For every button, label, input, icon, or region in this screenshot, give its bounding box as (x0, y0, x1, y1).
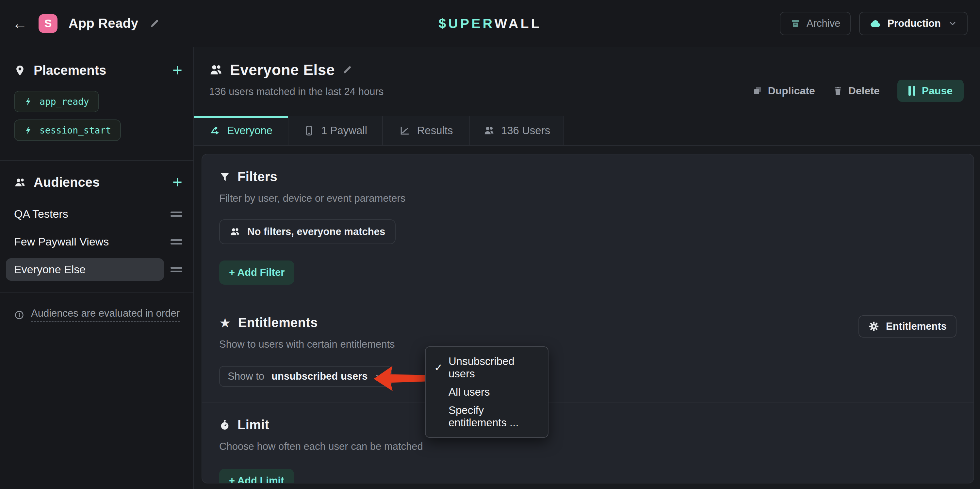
audience-label[interactable]: Few Paywall Views (6, 230, 164, 253)
placement-chip-app-ready[interactable]: app_ready (14, 91, 99, 112)
phone-icon (304, 125, 315, 136)
placement-list: app_ready session_start (6, 91, 182, 148)
superwall-logo: $UPERWALL (438, 16, 541, 31)
chart-icon (399, 125, 410, 136)
gear-icon (868, 321, 880, 332)
drag-handle-icon[interactable] (170, 237, 182, 246)
placements-title: Placements (33, 63, 165, 78)
environment-label: Production (887, 17, 941, 29)
topbar-right: Archive Production (780, 12, 967, 35)
tab-paywall[interactable]: 1 Paywall (288, 116, 383, 145)
filters-section: Filters Filter by user, device or event … (202, 154, 974, 300)
add-limit-button[interactable]: + Add Limit (219, 469, 294, 483)
dropdown-prefix: Show to (228, 370, 264, 382)
location-pin-icon (14, 65, 26, 76)
tab-everyone[interactable]: Everyone (194, 116, 288, 145)
entitlements-settings-label: Entitlements (886, 321, 947, 332)
add-filter-button[interactable]: + Add Filter (219, 260, 294, 285)
stopwatch-icon (219, 419, 230, 430)
users-icon (209, 63, 223, 77)
entitlements-dropdown-menu: ✓ Unsubscribed users ✓ All users ✓ Speci… (425, 346, 549, 438)
tab-label: 1 Paywall (321, 124, 367, 137)
edit-app-title-icon[interactable] (149, 18, 160, 29)
placement-label: app_ready (40, 96, 89, 107)
drag-handle-icon[interactable] (170, 210, 182, 219)
audience-subtitle: 136 users matched in the last 24 hours (209, 86, 383, 98)
archive-label: Archive (807, 17, 840, 29)
audience-label[interactable]: QA Testers (6, 203, 164, 225)
placement-label: session_start (40, 125, 111, 136)
audience-label[interactable]: Everyone Else (6, 258, 164, 281)
audiences-header: Audiences + (14, 175, 182, 190)
delete-label: Delete (848, 85, 880, 97)
entitlements-dropdown-row: Show to unsubscribed users ✓ Unsubs (219, 366, 956, 387)
filters-subtitle: Filter by user, device or event paramete… (219, 193, 956, 204)
entitlements-section: ★ Entitlements Show to users with certai… (202, 300, 974, 402)
pause-button[interactable]: Pause (897, 79, 964, 102)
drag-handle-icon[interactable] (170, 265, 182, 274)
environment-selector[interactable]: Production (859, 12, 967, 35)
logo-rest-text: WALL (494, 16, 541, 31)
tab-results[interactable]: Results (383, 116, 470, 145)
filters-title: Filters (237, 170, 277, 184)
sidebar: Placements + app_ready session_start (0, 47, 194, 489)
copy-icon (752, 86, 763, 96)
archive-icon (790, 18, 801, 29)
menu-item-label: All users (449, 386, 490, 398)
audience-item-everyone-else: Everyone Else (6, 258, 182, 281)
add-audience-button[interactable]: + (172, 176, 182, 189)
audience-list: QA Testers Few Paywall Views Everyone El… (0, 203, 193, 281)
audiences-title: Audiences (33, 175, 165, 190)
audience-title: Everyone Else (230, 61, 335, 79)
audience-actions: Duplicate Delete Pause (752, 66, 964, 116)
delete-button[interactable]: Delete (833, 85, 880, 97)
audiences-order-note: Audiences are evaluated in order (14, 308, 193, 322)
audience-item-few-paywall-views: Few Paywall Views (6, 230, 182, 253)
menu-item-specify-entitlements[interactable]: ✓ Specify entitlements ... (426, 401, 548, 432)
entitlements-settings-button[interactable]: Entitlements (859, 315, 956, 338)
audience-settings-card: Filters Filter by user, device or event … (202, 154, 974, 483)
funnel-icon (219, 171, 230, 183)
sidebar-divider (0, 292, 193, 293)
back-button[interactable]: ← (13, 16, 27, 31)
tab-bar-filler (564, 116, 980, 145)
trash-icon (833, 86, 843, 96)
no-filters-label: No filters, everyone matches (247, 226, 385, 238)
tab-users[interactable]: 136 Users (470, 116, 564, 145)
tab-label: Results (417, 124, 453, 137)
app-avatar[interactable]: S (38, 14, 57, 33)
edit-audience-name-icon[interactable] (342, 65, 353, 75)
note-text: Audiences are evaluated in order (31, 308, 180, 322)
logo-accent-text: $UPER (438, 16, 494, 31)
app-title: App Ready (68, 16, 138, 31)
menu-item-label: Specify entitlements ... (449, 404, 539, 429)
show-to-dropdown[interactable]: Show to unsubscribed users (219, 366, 392, 387)
tab-content: Filters Filter by user, device or event … (194, 146, 980, 489)
placement-chip-session-start[interactable]: session_start (14, 119, 121, 141)
limit-subtitle: Choose how often each user can be matche… (219, 441, 956, 452)
tab-label: 136 Users (501, 124, 550, 137)
main-panel: Everyone Else 136 users matched in the l… (194, 47, 980, 489)
pause-icon (908, 86, 915, 96)
topbar: ← S App Ready $UPERWALL Archive Producti… (0, 0, 980, 47)
no-filters-chip: No filters, everyone matches (219, 219, 396, 244)
entitlements-title: Entitlements (238, 315, 318, 330)
duplicate-button[interactable]: Duplicate (752, 85, 815, 97)
annotation-arrow (373, 362, 428, 395)
tab-bar: Everyone 1 Paywall Results 136 Users (194, 116, 980, 146)
users-icon (14, 176, 26, 188)
star-icon: ★ (219, 316, 231, 329)
add-placement-button[interactable]: + (172, 64, 182, 77)
archive-button[interactable]: Archive (780, 12, 851, 35)
cloud-icon (870, 17, 881, 29)
topbar-left: ← S App Ready (13, 14, 160, 33)
duplicate-label: Duplicate (768, 85, 815, 97)
menu-item-label: Unsubscribed users (449, 355, 539, 380)
users-icon (230, 227, 240, 237)
pause-label: Pause (922, 85, 953, 97)
dropdown-value: unsubscribed users (272, 370, 368, 382)
menu-item-unsubscribed-users[interactable]: ✓ Unsubscribed users (426, 352, 548, 383)
limit-section: Limit Choose how often each user can be … (202, 402, 974, 483)
info-icon (14, 310, 24, 320)
menu-item-all-users[interactable]: ✓ All users (426, 383, 548, 401)
